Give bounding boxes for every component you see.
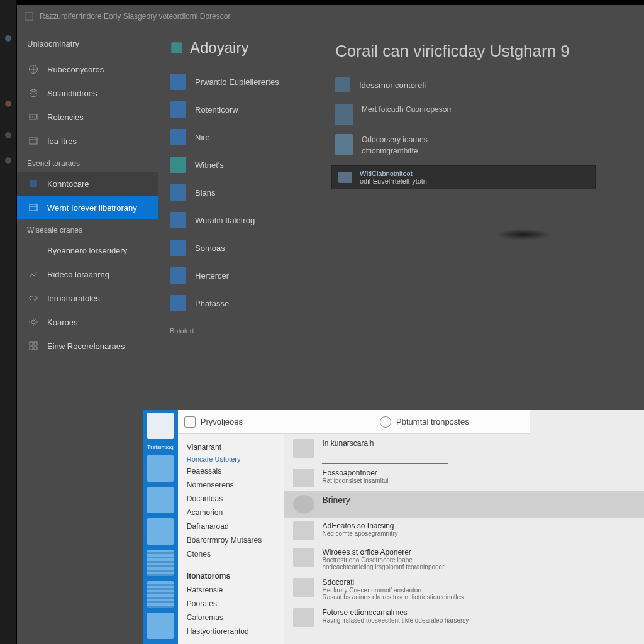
mid-item[interactable]: Phatasse bbox=[158, 289, 319, 317]
start-list-item[interactable]: Dafranaroad bbox=[178, 519, 285, 533]
result-title: Wiroees st orfice Aponerer bbox=[322, 548, 444, 557]
tile-icon bbox=[170, 184, 186, 201]
os-dot-icon bbox=[5, 101, 11, 107]
app-icon bbox=[25, 12, 33, 21]
start-list-item[interactable]: Acamorion bbox=[178, 506, 285, 519]
mid-item[interactable]: Bians bbox=[158, 179, 319, 206]
result-title: Eossoapontnoer bbox=[322, 469, 388, 477]
start-list-subitem[interactable]: Roncare Ustotery bbox=[178, 454, 285, 464]
mid-item[interactable]: Somoas bbox=[158, 234, 319, 262]
sidebar-item[interactable]: Iernatraratoles bbox=[17, 286, 158, 310]
mid-item[interactable]: Rotenticorw bbox=[158, 96, 319, 123]
result-detail: hodeachtearticling irsgolomnf tcoraninpo… bbox=[322, 564, 444, 570]
result-thumb-icon bbox=[293, 548, 314, 567]
sidebar-item[interactable]: Rotencies bbox=[17, 105, 158, 129]
titlebar: Razzurdiferrindore Eorly Slasgeory voteo… bbox=[17, 5, 644, 28]
tile-icon bbox=[170, 295, 186, 311]
content-row[interactable]: Idessmor contoreli bbox=[335, 77, 631, 92]
result-thumb-icon bbox=[293, 578, 314, 597]
sidebar-item[interactable]: Rubeconycoros bbox=[17, 57, 158, 81]
sidebar-item[interactable]: Ioa Itres bbox=[17, 129, 158, 153]
sidebar-item[interactable]: Rideco loraanrng bbox=[17, 262, 158, 286]
clock-icon bbox=[380, 416, 391, 428]
start-list-item[interactable]: Vianarrant bbox=[178, 440, 285, 454]
rail-caption: Tratsintioq bbox=[145, 444, 175, 450]
result-row[interactable]: Eossoapontnoer Rat ipconsiset insamltui bbox=[284, 465, 644, 491]
sidebar-item[interactable]: Koaroes bbox=[17, 310, 158, 334]
rail-tile[interactable] bbox=[147, 518, 174, 545]
mid-item[interactable]: Witnet's bbox=[158, 151, 319, 179]
content-block-line: Odocorsery ioaraes bbox=[362, 134, 428, 145]
sidebar-item-selected[interactable]: Wernt Iorever libetrorany bbox=[17, 196, 158, 219]
content-block-line: Mert fotcudh Cuonropesorr bbox=[362, 104, 452, 115]
sidebar-item[interactable]: Konntocare bbox=[17, 172, 158, 196]
mid-item-label: Wuratih Italetrog bbox=[195, 216, 255, 225]
gauge-icon bbox=[27, 111, 40, 123]
result-subtitle: Boctrostriono Cosotracore loaoe bbox=[322, 557, 444, 564]
start-list-item[interactable]: Ctones bbox=[178, 547, 285, 561]
result-row[interactable]: Fotorse ettionecamalrnes Ravng irsfased … bbox=[284, 604, 644, 631]
mid-item-label: Nire bbox=[195, 133, 210, 142]
mid-item-label: Phatasse bbox=[195, 299, 229, 308]
start-list-item[interactable]: Docantoas bbox=[178, 492, 285, 506]
rail-tile[interactable] bbox=[147, 455, 174, 482]
svg-point-6 bbox=[31, 320, 35, 324]
start-header-left[interactable]: Pryvoljeoes bbox=[201, 417, 243, 426]
grid-icon bbox=[27, 340, 40, 352]
gear-icon bbox=[27, 316, 40, 328]
sidebar-item[interactable]: Solandtidroes bbox=[17, 81, 158, 105]
start-list-item[interactable]: Poorates bbox=[178, 597, 285, 611]
mid-item[interactable]: Prwantio Eublelierertes bbox=[158, 68, 319, 96]
tile-icon bbox=[170, 129, 186, 145]
start-list: Pryvoljeoes Pbtumtal tronpostes Vianarra… bbox=[178, 410, 285, 644]
rail-tile-selected[interactable] bbox=[147, 413, 174, 439]
start-list-item[interactable]: Nomenserens bbox=[178, 478, 285, 492]
sidebar-item-label: Koaroes bbox=[47, 318, 77, 327]
list-divider bbox=[184, 565, 279, 565]
result-row-selected[interactable]: Brinery bbox=[284, 491, 644, 518]
result-row[interactable]: Wiroees st orfice Aponerer Boctrostriono… bbox=[284, 544, 644, 574]
page-heading: Corail can viricficday Ustgharn 9 bbox=[335, 42, 631, 61]
popup-text: WItiClabnotniteot odil-Euvelrrtetelt-yto… bbox=[360, 170, 427, 185]
start-list-item[interactable]: Boarorrmroy Mutsares bbox=[178, 533, 285, 547]
os-dot-icon bbox=[5, 157, 11, 164]
tile-icon bbox=[170, 240, 186, 256]
rail-tile[interactable] bbox=[147, 550, 174, 576]
content-block[interactable]: Odocorsery ioaraes ottionmgranthitte bbox=[335, 134, 631, 157]
result-row[interactable]: Sdocorati Heckrory Cnecer oromot' anstan… bbox=[284, 574, 644, 604]
svg-rect-9 bbox=[30, 347, 33, 350]
middle-title-text: Adoyairy bbox=[190, 39, 248, 57]
result-row[interactable]: In kunarscaralh bbox=[284, 435, 644, 462]
start-list-item[interactable]: Hastyortiorerantod bbox=[178, 625, 285, 638]
os-dot-icon bbox=[5, 35, 11, 42]
sidebar-item-label: Ioa Itres bbox=[47, 136, 77, 146]
content-popup[interactable]: WItiClabnotniteot odil-Euvelrrtetelt-yto… bbox=[331, 165, 596, 189]
start-list-item[interactable]: Ratsrensle bbox=[178, 583, 285, 597]
mid-item[interactable]: Wuratih Italetrog bbox=[158, 206, 319, 234]
mid-item[interactable]: Hertercer bbox=[158, 262, 319, 289]
sidebar-item-label: Solandtidroes bbox=[47, 89, 97, 98]
start-list-item[interactable]: Caloremas bbox=[178, 611, 285, 625]
rail-tile[interactable] bbox=[147, 487, 174, 513]
svg-rect-10 bbox=[34, 347, 37, 350]
svg-rect-3 bbox=[30, 138, 37, 144]
sidebar-item[interactable]: Einw Rocerelonaraes bbox=[17, 334, 158, 358]
start-header-right[interactable]: Pbtumtal tronpostes bbox=[396, 417, 469, 426]
titlebar-text: Razzurdiferrindore Eorly Slasgeory voteo… bbox=[40, 12, 230, 21]
rail-tile[interactable] bbox=[147, 613, 174, 639]
result-title: AdEeatos so Inarsing bbox=[322, 521, 397, 530]
svg-rect-8 bbox=[34, 342, 37, 345]
globe-icon bbox=[27, 63, 40, 75]
result-row[interactable]: AdEeatos so Inarsing Ned comte aposegram… bbox=[284, 518, 644, 544]
sidebar-item[interactable]: Byoannero lorseridery bbox=[17, 238, 158, 262]
content-block-text: Odocorsery ioaraes ottionmgranthitte bbox=[362, 134, 428, 157]
sidebar-item-label: Rideco loraanrng bbox=[47, 270, 109, 279]
rail-tile[interactable] bbox=[147, 581, 174, 608]
mid-item[interactable]: Nire bbox=[158, 123, 319, 151]
result-separator bbox=[322, 463, 448, 464]
start-list-item[interactable]: Peaessais bbox=[178, 464, 285, 478]
popup-line: WItiClabnotniteot bbox=[360, 170, 413, 177]
start-list-item[interactable]: Itonatoroms bbox=[178, 569, 285, 583]
content-block[interactable]: Mert fotcudh Cuonropesorr bbox=[335, 104, 631, 125]
doc-icon bbox=[335, 77, 350, 92]
